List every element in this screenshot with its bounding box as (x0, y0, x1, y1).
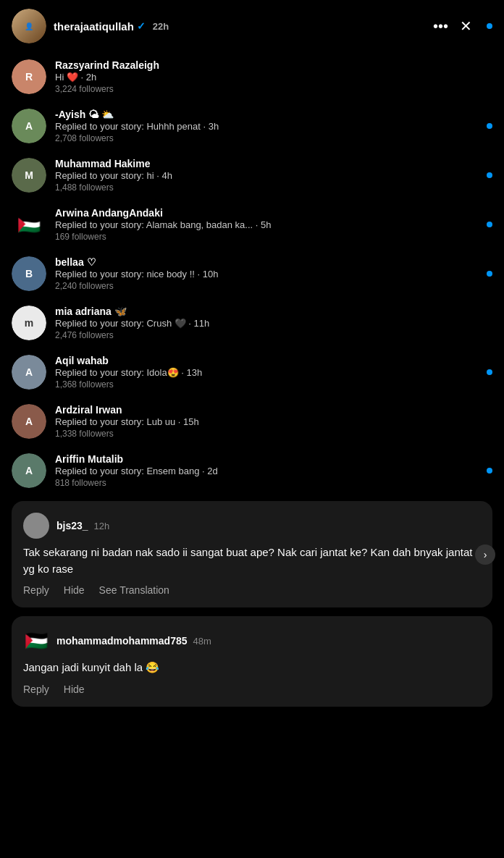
comment2-avatar[interactable]: 🇵🇸 (23, 628, 49, 654)
activity-message: Replied to your story: Huhhh penat · 3h (55, 121, 330, 132)
activity-item[interactable]: B bellaa ♡ Replied to your story: nice b… (0, 249, 504, 298)
activity-avatar: M (12, 158, 46, 193)
activity-name: Muhammad Hakime (55, 158, 478, 169)
activity-right (487, 468, 492, 474)
comment1-header: bjs23_ 12h (23, 513, 481, 539)
comment1-hide-button[interactable]: Hide (64, 584, 85, 596)
comment2-username: mohammadmohammad785 (56, 635, 188, 647)
unread-dot (487, 123, 492, 129)
activity-followers: 818 followers (55, 478, 478, 488)
activity-name: Ariffin Mutalib (55, 453, 478, 465)
activity-content: -Ayish 🌤 ⛅ Replied to your story: Huhhh … (55, 109, 478, 143)
unread-dot (487, 468, 492, 474)
activity-followers: 1,368 followers (55, 379, 478, 390)
more-options-icon[interactable]: ••• (433, 18, 448, 35)
comment2-reply-button[interactable]: Reply (23, 684, 49, 695)
comment1-translate-button[interactable]: See Translation (99, 584, 169, 596)
activity-followers: 2,708 followers (55, 133, 478, 143)
unread-dot (487, 222, 492, 227)
activity-item[interactable]: M Muhammad Hakime Replied to your story:… (0, 151, 504, 200)
comment1-time: 12h (94, 521, 110, 531)
activity-content: Razsyarind Razaleigh Hi ❤️ · 2h 3,224 fo… (55, 59, 484, 94)
activity-avatar: 🇵🇸 (12, 207, 46, 242)
comment2-text: Jangan jadi kunyit dah la 😂 (23, 660, 481, 676)
activity-message: Replied to your story: Lub uu · 15h (55, 416, 330, 427)
notification-dot (487, 23, 492, 29)
close-icon[interactable]: ✕ (460, 17, 472, 35)
activity-content: Muhammad Hakime Replied to your story: h… (55, 158, 478, 193)
activity-content: Ariffin Mutalib Replied to your story: E… (55, 453, 478, 488)
header-info: therajaatiqullah ✓ 22h (54, 20, 433, 33)
activity-content: bellaa ♡ Replied to your story: nice bod… (55, 256, 478, 291)
verified-badge: ✓ (137, 20, 146, 32)
unread-dot (487, 271, 492, 277)
unread-dot (487, 172, 492, 178)
activity-avatar: A (12, 355, 46, 390)
activity-right (487, 222, 492, 227)
header-username: therajaatiqullah ✓ 22h (54, 20, 433, 33)
header-avatar[interactable]: 👤 (12, 9, 46, 43)
activity-avatar: A (12, 109, 46, 143)
activity-right (487, 123, 492, 129)
activity-item[interactable]: 🇵🇸 Arwina AndangAndaki Replied to your s… (0, 200, 504, 249)
activity-message: Replied to your story: Ensem bang · 2d (55, 466, 330, 476)
activity-right (487, 271, 492, 277)
activity-content: Ardziral Irwan Replied to your story: Lu… (55, 404, 484, 439)
activity-item[interactable]: A Ariffin Mutalib Replied to your story:… (0, 446, 504, 495)
comment1-username: bjs23_ (56, 520, 88, 531)
activity-avatar: A (12, 453, 46, 488)
activity-avatar: R (12, 59, 46, 94)
activity-name: bellaa ♡ (55, 256, 478, 268)
activity-content: mia adriana 🦋 Replied to your story: Cru… (55, 306, 484, 340)
activity-item[interactable]: R Razsyarind Razaleigh Hi ❤️ · 2h 3,224 … (0, 52, 504, 101)
activity-message: Replied to your story: nice body !! · 10… (55, 269, 330, 279)
activity-followers: 169 followers (55, 232, 478, 242)
username-text: therajaatiqullah (54, 20, 134, 33)
activity-right (487, 172, 492, 178)
activity-item[interactable]: A Aqil wahab Replied to your story: Idol… (0, 348, 504, 397)
activity-name: Ardziral Irwan (55, 404, 484, 416)
header-time: 22h (153, 21, 169, 32)
comment-section-1: bjs23_ 12h Tak sekarang ni badan nak sad… (12, 501, 492, 607)
activity-avatar: m (12, 306, 46, 340)
activity-list: R Razsyarind Razaleigh Hi ❤️ · 2h 3,224 … (0, 52, 504, 495)
activity-followers: 1,488 followers (55, 182, 478, 193)
unread-dot (487, 369, 492, 375)
comment2-actions: Reply Hide (23, 684, 481, 695)
activity-name: Razsyarind Razaleigh (55, 59, 484, 71)
activity-name: -Ayish 🌤 ⛅ (55, 109, 478, 120)
activity-followers: 2,476 followers (55, 330, 484, 340)
activity-avatar: B (12, 256, 46, 291)
comment2-meta: mohammadmohammad785 48m (56, 635, 211, 647)
comment-section-2: 🇵🇸 mohammadmohammad785 48m Jangan jadi k… (12, 616, 492, 707)
activity-followers: 2,240 followers (55, 281, 478, 291)
activity-name: Arwina AndangAndaki (55, 207, 478, 219)
activity-message: Replied to your story: Crush 🖤 · 11h (55, 318, 330, 329)
comment1-actions: Reply Hide See Translation (23, 584, 481, 596)
activity-followers: 3,224 followers (55, 84, 484, 94)
comment1-text: Tak sekarang ni badan nak sado ii sangat… (23, 544, 481, 577)
comment1-meta: bjs23_ 12h (56, 520, 109, 531)
activity-right (487, 369, 492, 375)
header-actions: ••• ✕ (433, 17, 492, 35)
comment2-hide-button[interactable]: Hide (64, 684, 85, 695)
activity-content: Aqil wahab Replied to your story: Idola😍… (55, 355, 478, 390)
comment2-time: 48m (193, 636, 211, 647)
header: 👤 therajaatiqullah ✓ 22h ••• ✕ (0, 0, 504, 52)
comment1-expand-button[interactable]: › (475, 544, 495, 565)
activity-followers: 1,338 followers (55, 429, 484, 439)
activity-item[interactable]: A -Ayish 🌤 ⛅ Replied to your story: Huhh… (0, 101, 504, 151)
activity-message: Hi ❤️ · 2h (55, 72, 330, 83)
activity-item[interactable]: A Ardziral Irwan Replied to your story: … (0, 397, 504, 446)
activity-message: Replied to your story: hi · 4h (55, 170, 330, 181)
activity-message: Replied to your story: Alamak bang, bada… (55, 219, 330, 230)
activity-avatar: A (12, 404, 46, 439)
activity-item[interactable]: m mia adriana 🦋 Replied to your story: C… (0, 298, 504, 348)
activity-name: Aqil wahab (55, 355, 478, 366)
comment2-header: 🇵🇸 mohammadmohammad785 48m (23, 628, 481, 654)
activity-content: Arwina AndangAndaki Replied to your stor… (55, 207, 478, 242)
activity-name: mia adriana 🦋 (55, 306, 484, 317)
comment1-avatar[interactable] (23, 513, 49, 539)
comment1-reply-button[interactable]: Reply (23, 584, 49, 596)
activity-message: Replied to your story: Idola😍 · 13h (55, 367, 330, 378)
